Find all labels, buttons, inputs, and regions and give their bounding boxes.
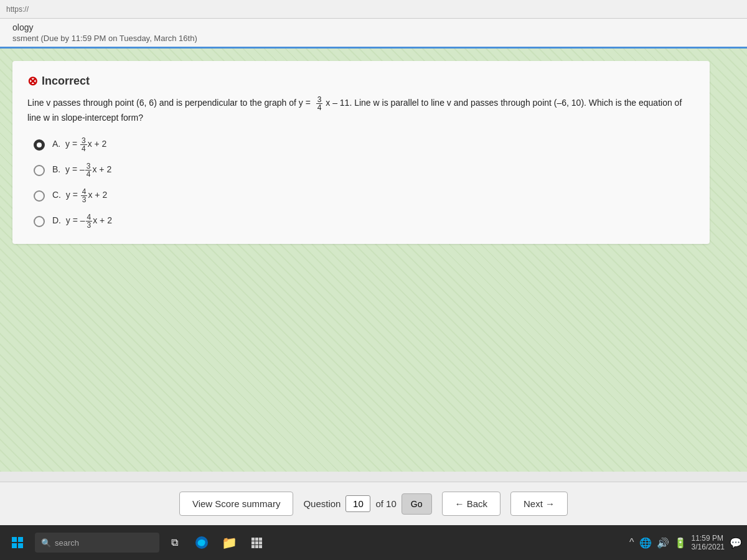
option-c[interactable]: C. y = 43x + 2 xyxy=(34,188,695,203)
fraction-c: 43 xyxy=(81,188,88,203)
svg-rect-8 xyxy=(251,541,255,544)
browser-url: https:// xyxy=(6,5,29,14)
question-number-input[interactable] xyxy=(345,495,370,512)
main-fraction: 3 4 xyxy=(316,96,323,111)
fraction-b: 34 xyxy=(85,162,92,178)
answer-choices: A. y = 34x + 2 B. y = –34x + 2 C. y = 43… xyxy=(27,137,695,229)
footer-bar: View Score summary Question of 10 Go ← B… xyxy=(0,482,747,525)
svg-rect-9 xyxy=(255,541,258,544)
svg-rect-13 xyxy=(259,545,262,548)
svg-rect-12 xyxy=(255,545,258,548)
assignment-label: ssment (Due by 11:59 PM on Tuesday, Marc… xyxy=(12,34,735,43)
volume-icon[interactable]: 🔊 xyxy=(657,537,669,549)
apps-grid-icon[interactable] xyxy=(244,530,269,555)
radio-b[interactable] xyxy=(34,165,45,176)
incorrect-icon: ⊗ xyxy=(27,73,38,88)
back-button[interactable]: ← Back xyxy=(442,492,501,516)
go-button[interactable]: Go xyxy=(402,493,432,515)
fraction-d: 43 xyxy=(86,213,93,229)
svg-rect-10 xyxy=(259,541,262,544)
option-a[interactable]: A. y = 34x + 2 xyxy=(34,137,695,152)
option-c-label: C. y = 43x + 2 xyxy=(52,188,107,203)
fraction-denominator: 4 xyxy=(316,104,323,111)
svg-rect-0 xyxy=(12,537,17,542)
question-navigation: Question of 10 Go xyxy=(303,493,431,515)
chevron-up-icon[interactable]: ^ xyxy=(629,537,634,548)
svg-rect-6 xyxy=(255,538,258,541)
svg-rect-2 xyxy=(12,543,17,548)
option-a-label: A. y = 34x + 2 xyxy=(52,137,106,152)
option-b[interactable]: B. y = –34x + 2 xyxy=(34,162,695,178)
option-d[interactable]: D. y = –43x + 2 xyxy=(34,213,695,229)
svg-rect-11 xyxy=(251,545,255,548)
radio-c[interactable] xyxy=(34,190,45,202)
status-badge: Incorrect xyxy=(42,75,90,88)
file-explorer-icon[interactable]: 📁 xyxy=(217,530,242,555)
svg-rect-7 xyxy=(259,538,262,541)
question-text-part1: Line v passes through point (6, 6) and i… xyxy=(27,98,311,108)
radio-a[interactable] xyxy=(34,139,45,151)
taskbar-search-label: search xyxy=(55,538,79,548)
subject-label: ology xyxy=(12,22,735,32)
notification-icon[interactable]: 💬 xyxy=(730,537,742,549)
question-of-label: of 10 xyxy=(375,498,396,509)
task-view-button[interactable]: ⧉ xyxy=(162,530,187,555)
system-tray: ^ 🌐 🔊 🔋 11:59 PM3/16/2021 💬 xyxy=(629,534,742,551)
next-button[interactable]: Next → xyxy=(510,492,568,516)
radio-d[interactable] xyxy=(34,216,45,227)
network-icon[interactable]: 🌐 xyxy=(639,537,652,549)
view-score-button[interactable]: View Score summary xyxy=(179,492,293,516)
clock: 11:59 PM3/16/2021 xyxy=(692,534,725,551)
start-button[interactable] xyxy=(5,530,30,555)
browser-bar: https:// xyxy=(0,0,747,19)
question-nav-label: Question xyxy=(303,498,341,509)
question-text: Line v passes through point (6, 6) and i… xyxy=(27,96,695,124)
option-d-label: D. y = –43x + 2 xyxy=(52,213,112,229)
svg-rect-3 xyxy=(18,543,23,548)
search-icon: 🔍 xyxy=(41,538,51,548)
taskbar-search[interactable]: 🔍 search xyxy=(35,533,159,553)
taskbar: 🔍 search ⧉ 📁 ^ 🌐 🔊 🔋 11:59 PM3/1 xyxy=(0,525,747,560)
status-header: ⊗ Incorrect xyxy=(27,73,695,88)
question-card: ⊗ Incorrect Line v passes through point … xyxy=(12,61,710,244)
battery-icon[interactable]: 🔋 xyxy=(674,537,687,549)
edge-icon[interactable] xyxy=(189,530,214,555)
fraction-a: 34 xyxy=(80,137,87,152)
svg-rect-1 xyxy=(18,537,23,542)
main-content: ⊗ Incorrect Line v passes through point … xyxy=(0,49,747,472)
svg-rect-5 xyxy=(251,538,255,541)
option-b-label: B. y = –34x + 2 xyxy=(52,162,111,178)
app-header: ology ssment (Due by 11:59 PM on Tuesday… xyxy=(0,19,747,49)
